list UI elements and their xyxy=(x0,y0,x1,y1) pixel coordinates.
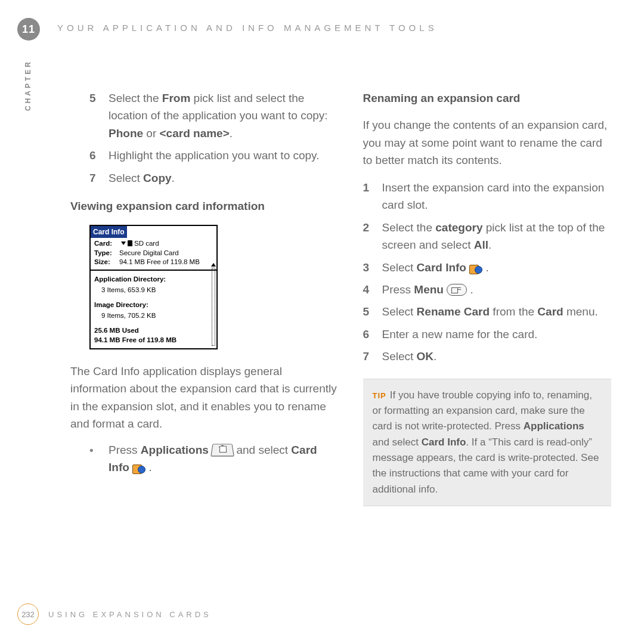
step-text: Select Copy. xyxy=(109,169,338,187)
body-columns: 5 Select the From pick list and select t… xyxy=(89,89,611,584)
image-directory: Image Directory: 9 Items, 705.2 KB xyxy=(91,296,216,323)
step-text: Select the category pick list at the top… xyxy=(382,219,612,254)
step-text: Insert the expansion card into the expan… xyxy=(382,179,612,214)
r-step-3: 3 Select Card Info . xyxy=(363,259,612,276)
step-text: Highlight the application you want to co… xyxy=(109,147,338,164)
step-number: 6 xyxy=(89,147,109,164)
left-column: 5 Select the From pick list and select t… xyxy=(89,89,338,584)
running-header: YOUR APPLICATION AND INFO MANAGEMENT TOO… xyxy=(57,23,438,33)
usage-summary: 25.6 MB Used 94.1 MB Free of 119.8 MB xyxy=(91,323,216,348)
step-7: 7 Select Copy. xyxy=(89,169,338,187)
chapter-label: CHAPTER xyxy=(24,60,32,111)
tip-box: TIPIf you have trouble copying info to, … xyxy=(363,379,612,506)
card-info-icon xyxy=(469,263,482,274)
step-text: Press Menu . xyxy=(382,281,612,298)
step-number: 7 xyxy=(89,169,109,187)
step-text: Enter a new name for the card. xyxy=(382,326,612,343)
step-text: Select Card Info . xyxy=(382,259,612,276)
step-5: 5 Select the From pick list and select t… xyxy=(89,89,338,142)
tip-label: TIP xyxy=(373,391,386,400)
card-info-titlebar: Card Info xyxy=(91,226,127,239)
sd-card-icon xyxy=(128,240,132,246)
bullet-text: Press Applications and select Card Info … xyxy=(109,441,338,476)
app-directory: Application Directory: 3 Items, 653.9 KB xyxy=(91,271,216,297)
menu-key-icon xyxy=(447,284,467,296)
chapter-number-badge: 11 xyxy=(17,18,40,41)
card-info-icon xyxy=(132,463,145,473)
r-step-5: 5 Select Rename Card from the Card menu. xyxy=(363,303,612,320)
applications-key-icon xyxy=(210,444,234,456)
scrollbar xyxy=(212,268,215,346)
page-number: 232 xyxy=(17,603,39,625)
step-text: Select Rename Card from the Card menu. xyxy=(382,303,612,320)
r-step-4: 4 Press Menu . xyxy=(363,281,612,298)
step-number: 1 xyxy=(363,179,382,214)
right-column: Renaming an expansion card If you change… xyxy=(363,89,612,584)
card-info-description: The Card Info application displays gener… xyxy=(70,363,338,433)
r-step-6: 6 Enter a new name for the card. xyxy=(363,326,612,343)
bullet-icon: • xyxy=(89,441,109,476)
r-step-2: 2 Select the category pick list at the t… xyxy=(363,219,612,254)
step-number: 5 xyxy=(89,89,109,142)
footer: 232 USING EXPANSION CARDS xyxy=(17,603,212,625)
dropdown-icon xyxy=(121,242,126,245)
step-text: Select OK. xyxy=(382,348,612,365)
renaming-intro: If you change the contents of an expansi… xyxy=(363,116,612,169)
step-number: 5 xyxy=(363,303,382,320)
step-number: 7 xyxy=(363,348,382,365)
r-step-1: 1 Insert the expansion card into the exp… xyxy=(363,179,612,214)
subheading-viewing: Viewing expansion card information xyxy=(70,197,338,215)
scroll-up-icon xyxy=(211,263,216,267)
card-info-screenshot: Card Info Card:SD card Type:Secure Digit… xyxy=(89,225,218,349)
footer-title: USING EXPANSION CARDS xyxy=(48,610,212,619)
r-step-7: 7 Select OK. xyxy=(363,348,612,365)
step-number: 3 xyxy=(363,259,382,276)
page: 11 CHAPTER YOUR APPLICATION AND INFO MAN… xyxy=(0,0,644,644)
card-info-header: Card:SD card Type:Secure Digital Card Si… xyxy=(91,238,216,271)
step-number: 2 xyxy=(363,219,382,254)
bullet-press-applications: • Press Applications and select Card Inf… xyxy=(89,441,338,476)
step-number: 6 xyxy=(363,326,382,343)
subheading-renaming: Renaming an expansion card xyxy=(363,89,612,107)
step-number: 4 xyxy=(363,281,382,298)
step-text: Select the From pick list and select the… xyxy=(109,89,338,142)
step-6: 6 Highlight the application you want to … xyxy=(89,147,338,164)
